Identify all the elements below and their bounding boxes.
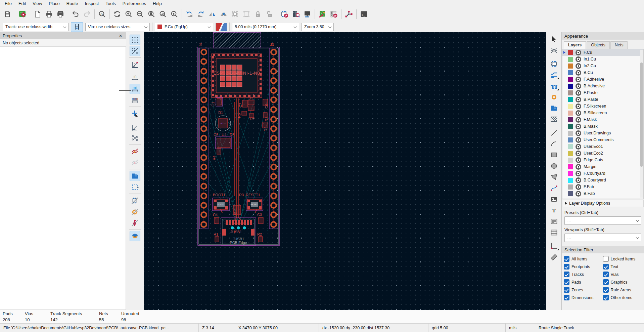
route-tracks-button[interactable] (549, 70, 559, 80)
filter-all-items[interactable]: All items (564, 256, 603, 262)
via-size-select[interactable]: Via: use netclass sizes (85, 23, 150, 31)
layer-swatch[interactable] (568, 70, 573, 75)
add-image-button[interactable] (549, 194, 559, 204)
visibility-eye-icon[interactable] (576, 124, 581, 129)
filter-vias[interactable]: Vias (603, 272, 642, 277)
menu-view[interactable]: View (29, 1, 45, 6)
visibility-eye-icon[interactable] (576, 77, 581, 82)
layer-row[interactable]: User.Eco2 (562, 150, 643, 157)
layer-swatch[interactable] (568, 77, 573, 82)
layer-row[interactable]: B.Fab (562, 190, 643, 197)
layer-swatch[interactable] (568, 124, 573, 129)
layer-swatch[interactable] (568, 90, 573, 95)
layer-swatch[interactable] (568, 151, 573, 156)
layer-row[interactable]: F.Courtyard (562, 170, 643, 177)
update-pcb-button[interactable] (317, 8, 328, 20)
layer-row[interactable]: F.Cu (562, 49, 643, 56)
menu-edit[interactable]: Edit (15, 1, 29, 6)
filter-dimensions[interactable]: Dimensions (564, 295, 603, 300)
visibility-eye-icon[interactable] (576, 164, 581, 170)
zone-fill-mode-button[interactable] (130, 171, 140, 181)
layer-swatch[interactable] (568, 97, 573, 102)
footprint-browser-button[interactable] (290, 8, 302, 20)
checkbox[interactable] (603, 272, 609, 277)
cleanup-tracks-button[interactable] (343, 8, 355, 20)
refresh-button[interactable] (111, 8, 123, 20)
layer-swatch[interactable] (568, 84, 573, 89)
redo-button[interactable] (81, 8, 93, 20)
visibility-eye-icon[interactable] (576, 56, 581, 62)
layer-row[interactable]: Margin (562, 163, 643, 170)
layer-swatch[interactable] (568, 131, 573, 136)
layer-row[interactable]: F.Fab (562, 183, 643, 190)
layer-swatch[interactable] (568, 57, 573, 62)
layer-row[interactable]: B.Silkscreen (562, 110, 643, 116)
grid-select[interactable]: 5.00 mils (0.1270 mm) (232, 23, 299, 31)
track-width-select[interactable]: Track: use netclass width (3, 23, 68, 31)
layer-swatch[interactable] (568, 191, 573, 196)
tab-nets[interactable]: Nets (610, 41, 628, 49)
search-button[interactable]: A (96, 8, 108, 20)
sketch-footprints-button[interactable] (130, 195, 140, 206)
zoom-fit-page-button[interactable] (146, 8, 157, 20)
layer-row[interactable]: User.Drawings (562, 130, 643, 136)
zoom-in-button[interactable] (123, 8, 134, 20)
units-mils-button[interactable]: mil (130, 84, 140, 94)
layer-swatch[interactable] (568, 137, 573, 142)
filter-locked-items[interactable]: Locked items (603, 256, 642, 262)
menu-inspect[interactable]: Inspect (82, 1, 102, 6)
add-rule-area-button[interactable] (549, 114, 559, 124)
tab-objects[interactable]: Objects (587, 41, 609, 49)
layer-swatch[interactable] (568, 164, 573, 169)
layer-swatch[interactable] (568, 171, 573, 176)
add-table-button[interactable] (549, 227, 559, 238)
checkbox[interactable] (564, 295, 569, 300)
draw-polygon-button[interactable] (549, 172, 559, 182)
zoom-selection-button[interactable] (169, 8, 180, 20)
visibility-eye-icon[interactable] (576, 117, 581, 123)
rotate-ccw-button[interactable] (184, 8, 195, 20)
layer-swatch[interactable] (568, 117, 573, 122)
layer-row[interactable]: In1.Cu (562, 56, 643, 63)
viewports-select[interactable]: --- (564, 234, 641, 242)
checkbox[interactable] (603, 287, 609, 293)
filter-footprints[interactable]: Footprints (564, 264, 603, 269)
high-contrast-mode-button[interactable] (130, 231, 140, 241)
layer-row[interactable]: User.Comments (562, 136, 643, 143)
visibility-eye-icon[interactable] (576, 50, 581, 55)
layer-display-options[interactable]: Layer Display Options (562, 200, 644, 207)
visibility-eye-icon[interactable] (576, 97, 581, 102)
layer-row[interactable]: B.Courtyard (562, 177, 643, 183)
visibility-eye-icon[interactable] (576, 110, 581, 116)
layer-swatch[interactable] (568, 144, 573, 149)
layer-row[interactable]: F.Paste (562, 89, 643, 96)
select-tool-button[interactable] (549, 34, 559, 44)
show-grid-button[interactable] (130, 35, 140, 45)
visibility-eye-icon[interactable] (576, 191, 581, 197)
menu-preferences[interactable]: Preferences (119, 1, 149, 6)
scripting-console-button[interactable]: >_ (358, 8, 370, 20)
layer-row[interactable]: B.Paste (562, 96, 643, 103)
menu-tools[interactable]: Tools (102, 1, 119, 6)
layer-row[interactable]: In2.Cu (562, 63, 643, 69)
layer-swatch[interactable] (568, 178, 573, 183)
units-mm-button[interactable]: mm (130, 95, 140, 105)
place-origin-button[interactable] (549, 241, 559, 251)
checkbox[interactable] (603, 279, 609, 285)
visibility-eye-icon[interactable] (576, 83, 581, 89)
visibility-eye-icon[interactable] (576, 103, 581, 109)
visibility-eye-icon[interactable] (576, 177, 581, 183)
units-inches-button[interactable]: in (130, 73, 140, 83)
visibility-eye-icon[interactable] (576, 63, 581, 69)
checkbox[interactable] (564, 287, 569, 293)
menu-file[interactable]: File (1, 1, 15, 6)
checkbox[interactable] (564, 279, 569, 285)
draw-line-button[interactable] (549, 127, 559, 138)
menu-help[interactable]: Help (149, 1, 165, 6)
layer-swatch[interactable] (568, 50, 573, 55)
checkbox[interactable] (603, 264, 609, 269)
visibility-eye-icon[interactable] (576, 171, 581, 176)
checkbox[interactable] (564, 272, 569, 277)
visibility-eye-icon[interactable] (576, 184, 581, 190)
measure-button[interactable] (549, 252, 559, 262)
